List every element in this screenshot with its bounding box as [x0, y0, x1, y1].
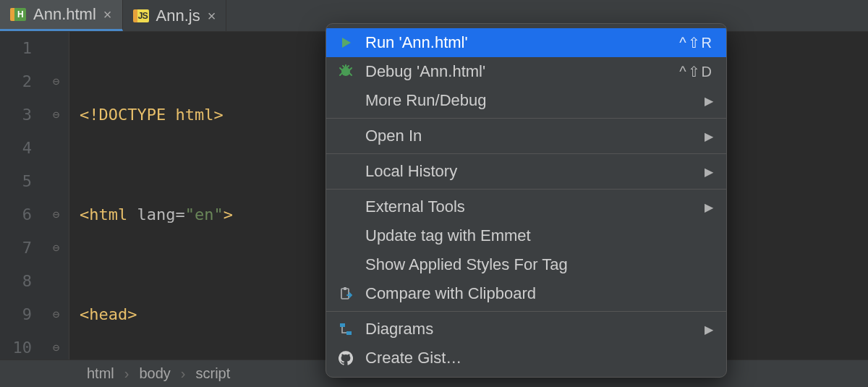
icon-spacer — [336, 226, 355, 245]
debug-icon — [336, 62, 355, 81]
chevron-right-icon: ▶ — [705, 165, 713, 179]
line-number-gutter: 12345678910 — [0, 32, 43, 360]
chevron-right-icon: ▶ — [705, 129, 713, 143]
close-icon[interactable]: × — [208, 9, 216, 23]
html-file-icon: H — [10, 8, 26, 21]
code-token: "en" — [185, 205, 224, 224]
menu-debug[interactable]: Debug 'Ann.html' ^⇧D — [326, 57, 726, 86]
breadcrumb-item[interactable]: html — [87, 365, 114, 382]
svg-point-0 — [341, 67, 350, 76]
tab-label: Ann.html — [33, 5, 96, 24]
clipboard-icon — [336, 284, 355, 303]
menu-separator — [326, 153, 726, 154]
svg-rect-1 — [341, 289, 349, 299]
chevron-right-icon: ▶ — [705, 94, 713, 108]
diagram-icon — [336, 320, 355, 339]
editor-tab-ann-html[interactable]: H Ann.html × — [0, 0, 123, 31]
menu-local-history[interactable]: Local History ▶ — [326, 157, 726, 186]
icon-spacer — [336, 127, 355, 145]
menu-applied-styles[interactable]: Show Applied Styles For Tag — [326, 250, 726, 279]
code-token: <head> — [80, 305, 137, 323]
menu-create-gist[interactable]: Create Gist… — [326, 344, 726, 373]
menu-label: Update tag with Emmet — [365, 226, 713, 245]
menu-label: Local History — [365, 162, 694, 181]
menu-diagrams[interactable]: Diagrams ▶ — [326, 315, 726, 344]
svg-rect-4 — [346, 331, 352, 335]
menu-label: Debug 'Ann.html' — [365, 62, 669, 81]
code-content[interactable]: <!DOCTYPE html> <html lang="en"> <head> … — [69, 32, 281, 360]
code-token: <!DOCTYPE html> — [80, 106, 224, 124]
menu-label: Open In — [365, 127, 694, 145]
js-file-icon: JS — [133, 9, 149, 22]
icon-spacer — [336, 91, 355, 110]
menu-label: Run 'Ann.html' — [365, 33, 669, 52]
menu-external-tools[interactable]: External Tools ▶ — [326, 192, 726, 221]
menu-open-in[interactable]: Open In ▶ — [326, 122, 726, 150]
code-token: lang= — [127, 205, 184, 224]
svg-rect-2 — [344, 287, 346, 290]
close-icon[interactable]: × — [103, 7, 112, 22]
menu-label: More Run/Debug — [365, 91, 694, 110]
menu-label: Diagrams — [365, 320, 694, 339]
menu-more-run-debug[interactable]: More Run/Debug ▶ — [326, 86, 726, 115]
menu-update-tag-emmet[interactable]: Update tag with Emmet — [326, 221, 726, 250]
icon-spacer — [336, 162, 355, 181]
code-token: > — [224, 205, 233, 224]
icon-spacer — [336, 255, 355, 274]
github-icon — [336, 349, 355, 367]
menu-separator — [326, 189, 726, 190]
svg-rect-3 — [340, 323, 345, 327]
tab-label: Ann.js — [156, 7, 200, 25]
run-icon — [336, 33, 355, 52]
fold-gutter[interactable]: ⊖⊖⊖⊖⊖⊖ — [43, 32, 69, 360]
chevron-right-icon: ▶ — [705, 200, 713, 214]
menu-shortcut: ^⇧D — [679, 63, 713, 80]
menu-compare-clipboard[interactable]: Compare with Clipboard — [326, 279, 726, 308]
menu-label: External Tools — [365, 197, 694, 216]
code-token: <html — [80, 205, 127, 224]
context-menu: Run 'Ann.html' ^⇧R Debug 'Ann.html' ^⇧D … — [326, 23, 727, 378]
editor-tab-ann-js[interactable]: JS Ann.js × — [123, 0, 227, 31]
menu-separator — [326, 118, 726, 119]
menu-label: Create Gist… — [365, 349, 713, 367]
chevron-right-icon: › — [181, 365, 186, 382]
chevron-right-icon: › — [124, 365, 129, 382]
menu-separator — [326, 311, 726, 312]
menu-shortcut: ^⇧R — [679, 34, 713, 51]
menu-label: Show Applied Styles For Tag — [365, 255, 713, 274]
breadcrumb-item[interactable]: body — [139, 365, 170, 382]
menu-label: Compare with Clipboard — [365, 284, 713, 303]
breadcrumb-item[interactable]: script — [196, 365, 231, 382]
icon-spacer — [336, 197, 355, 216]
chevron-right-icon: ▶ — [705, 323, 713, 336]
menu-run[interactable]: Run 'Ann.html' ^⇧R — [326, 28, 726, 57]
